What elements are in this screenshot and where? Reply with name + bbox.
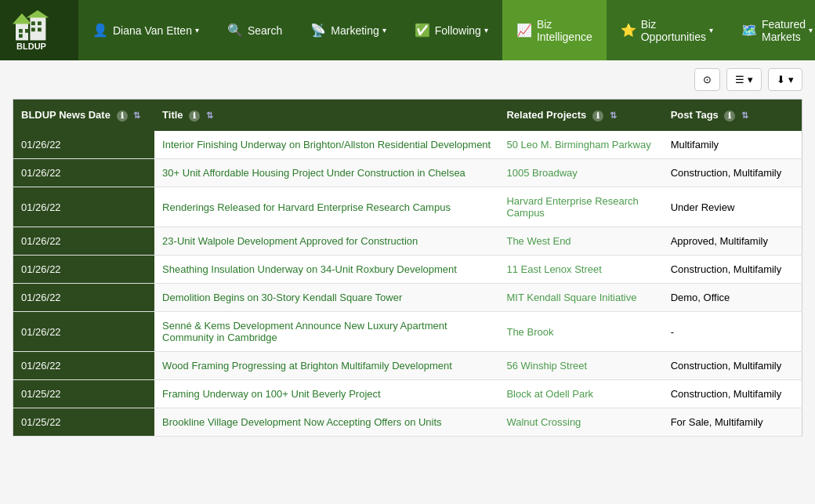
nav-biz-opportunities[interactable]: ⭐ Biz Opportunities ▾ (607, 0, 727, 60)
title-link[interactable]: Renderings Released for Harvard Enterpri… (162, 201, 451, 213)
table-row: 01/26/22Renderings Released for Harvard … (13, 187, 802, 227)
col-date-label: BLDUP News Date (21, 109, 110, 121)
cell-title: Renderings Released for Harvard Enterpri… (154, 187, 498, 227)
svg-rect-6 (19, 34, 23, 38)
col-projects-sort-icon[interactable]: ⇅ (610, 111, 617, 121)
marketing-arrow: ▾ (382, 26, 386, 34)
toggle-view-button[interactable]: ⊙ (694, 68, 720, 91)
project-link[interactable]: Walnut Crossing (506, 416, 581, 428)
brand-logo[interactable]: BLDUP (0, 0, 78, 60)
marketing-label: Marketing (331, 24, 379, 37)
biz-intelligence-label2: Intelligence (537, 31, 592, 43)
cell-tags: Construction, Multifamily (663, 256, 802, 284)
cell-project: 50 Leo M. Birmingham Parkway (498, 131, 662, 159)
cell-date: 01/25/22 (13, 408, 155, 437)
brand-text: BLDUP (16, 42, 46, 51)
col-title-info-icon[interactable]: ℹ (189, 111, 200, 121)
user-arrow: ▾ (195, 26, 199, 34)
col-header-tags[interactable]: Post Tags ℹ ⇅ (663, 100, 802, 132)
col-projects-info-icon[interactable]: ℹ (592, 111, 603, 121)
col-header-date[interactable]: BLDUP News Date ℹ ⇅ (13, 100, 155, 132)
title-link[interactable]: 30+ Unit Affordable Housing Project Unde… (162, 167, 465, 179)
nav-search[interactable]: 🔍 Search (213, 0, 296, 60)
project-link[interactable]: Block at Odell Park (506, 388, 593, 400)
col-date-info-icon[interactable]: ℹ (117, 111, 128, 121)
cell-title: 23-Unit Walpole Development Approved for… (154, 227, 498, 256)
nav-biz-intelligence[interactable]: 📈 Biz Intelligence (502, 0, 607, 60)
cell-tags: For Sale, Multifamily (663, 408, 802, 437)
nav-following[interactable]: ✅ Following ▾ (400, 0, 502, 60)
cell-project: MIT Kendall Square Initiative (498, 284, 662, 312)
title-link[interactable]: 23-Unit Walpole Development Approved for… (162, 235, 418, 247)
project-link[interactable]: 1005 Broadway (506, 167, 577, 179)
title-link[interactable]: Senné & Kems Development Announce New Lu… (162, 320, 447, 343)
cell-title: Interior Finishing Underway on Brighton/… (154, 131, 498, 159)
cell-tags: Construction, Multifamily (663, 159, 802, 187)
cell-date: 01/26/22 (13, 187, 155, 227)
title-link[interactable]: Wood Framing Progressing at Brighton Mul… (162, 360, 452, 372)
table-row: 01/26/2223-Unit Walpole Development Appr… (13, 227, 802, 256)
col-date-sort-icon[interactable]: ⇅ (133, 111, 140, 121)
cell-title: 30+ Unit Affordable Housing Project Unde… (154, 159, 498, 187)
cell-title: Sheathing Insulation Underway on 34-Unit… (154, 256, 498, 284)
title-link[interactable]: Framing Underway on 100+ Unit Beverly Pr… (162, 388, 381, 400)
cell-tags: Construction, Multifamily (663, 352, 802, 380)
table-row: 01/26/22Sheathing Insulation Underway on… (13, 256, 802, 284)
table-row: 01/25/22Framing Underway on 100+ Unit Be… (13, 380, 802, 408)
cell-date: 01/26/22 (13, 284, 155, 312)
download-button[interactable]: ⬇ ▾ (768, 68, 802, 91)
title-link[interactable]: Sheathing Insulation Underway on 34-Unit… (162, 263, 457, 275)
project-link[interactable]: 11 East Lenox Street (506, 263, 601, 275)
title-link[interactable]: Interior Finishing Underway on Brighton/… (162, 139, 491, 150)
nav-featured-markets[interactable]: 🗺️ Featured Markets ▾ (727, 0, 815, 60)
col-title-sort-icon[interactable]: ⇅ (206, 111, 213, 121)
download-arrow: ▾ (788, 74, 794, 85)
cell-date: 01/26/22 (13, 312, 155, 352)
table-row: 01/26/22Interior Finishing Underway on B… (13, 131, 802, 159)
col-projects-label: Related Projects (506, 109, 586, 121)
project-link[interactable]: MIT Kendall Square Initiative (506, 292, 636, 303)
svg-rect-8 (38, 21, 42, 25)
cell-project: Walnut Crossing (498, 408, 662, 437)
title-link[interactable]: Demolition Begins on 30-Story Kendall Sq… (162, 292, 402, 303)
table-row: 01/26/22Senné & Kems Development Announc… (13, 312, 802, 352)
cell-project: Harvard Enterprise Research Campus (498, 187, 662, 227)
biz-intelligence-label1: Biz (537, 18, 592, 31)
cell-project: 56 Winship Street (498, 352, 662, 380)
marketing-icon: 📡 (310, 23, 326, 38)
title-link[interactable]: Brookline Village Development Now Accept… (162, 416, 441, 428)
col-tags-sort-icon[interactable]: ⇅ (741, 111, 748, 121)
cell-title: Framing Underway on 100+ Unit Beverly Pr… (154, 380, 498, 408)
col-tags-info-icon[interactable]: ℹ (724, 111, 735, 121)
opportunities-label1: Biz (641, 18, 706, 31)
user-name: Diana Van Etten (113, 24, 192, 37)
cell-date: 01/26/22 (13, 131, 155, 159)
cell-date: 01/26/22 (13, 227, 155, 256)
project-link[interactable]: Harvard Enterprise Research Campus (506, 195, 638, 219)
news-table: BLDUP News Date ℹ ⇅ Title ℹ ⇅ Related Pr… (13, 99, 802, 437)
project-link[interactable]: 56 Winship Street (506, 360, 587, 372)
svg-rect-4 (19, 29, 23, 33)
cell-title: Senné & Kems Development Announce New Lu… (154, 312, 498, 352)
cell-date: 01/25/22 (13, 380, 155, 408)
project-link[interactable]: The West End (506, 235, 570, 247)
featured-markets-arrow: ▾ (809, 26, 813, 34)
svg-rect-7 (31, 21, 35, 25)
project-link[interactable]: The Brook (506, 326, 553, 338)
list-icon: ☰ (735, 74, 744, 85)
featured-markets-icon: 🗺️ (741, 23, 757, 38)
download-icon: ⬇ (777, 74, 785, 85)
list-view-button[interactable]: ☰ ▾ (726, 68, 762, 91)
svg-marker-2 (13, 13, 31, 24)
cell-title: Brookline Village Development Now Accept… (154, 408, 498, 437)
svg-rect-9 (31, 27, 35, 31)
user-icon: 👤 (92, 23, 108, 38)
col-header-projects[interactable]: Related Projects ℹ ⇅ (498, 100, 662, 132)
project-link[interactable]: 50 Leo M. Birmingham Parkway (506, 139, 650, 150)
cell-date: 01/26/22 (13, 159, 155, 187)
table-row: 01/26/2230+ Unit Affordable Housing Proj… (13, 159, 802, 187)
svg-marker-3 (27, 10, 49, 18)
nav-marketing[interactable]: 📡 Marketing ▾ (296, 0, 400, 60)
nav-user[interactable]: 👤 Diana Van Etten ▾ (78, 0, 213, 60)
col-header-title[interactable]: Title ℹ ⇅ (154, 100, 498, 132)
